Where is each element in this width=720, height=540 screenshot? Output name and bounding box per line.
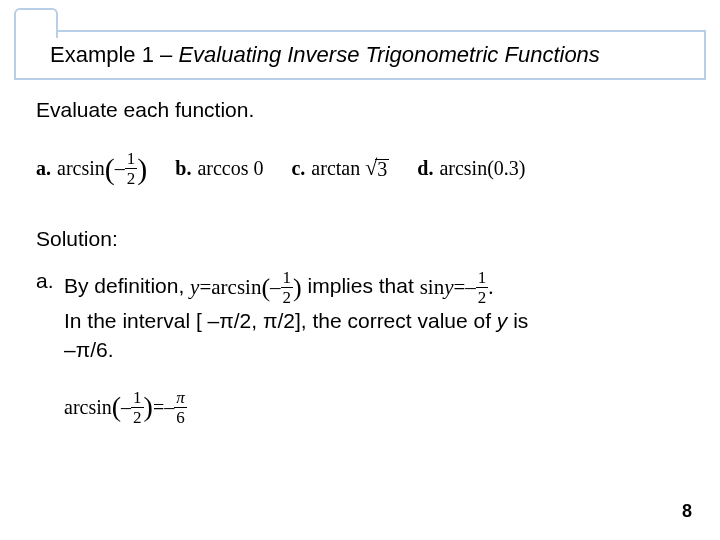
frac-num: π	[174, 389, 187, 406]
rparen-icon: )	[293, 273, 302, 303]
frac-num: 1	[281, 269, 294, 286]
problem-b: b. arccos 0	[175, 157, 263, 180]
title-prefix: Example 1 –	[50, 42, 178, 67]
problem-c: c. arctan √ 3	[291, 157, 389, 180]
frac-den: 2	[281, 289, 294, 306]
minus-sign: –	[121, 393, 131, 421]
def-func: arcsin	[211, 273, 261, 302]
solution-a-body: By definition, y = arcsin ( – 1 2 ) impl…	[64, 269, 680, 426]
eq-sign: =	[453, 273, 465, 302]
text-seg2: implies that	[308, 274, 420, 297]
prompt-text: Evaluate each function.	[36, 98, 680, 122]
problem-d-label: d.	[417, 157, 433, 180]
problem-b-arg: 0	[253, 157, 263, 180]
problem-d: d. arcsin (0.3)	[417, 157, 525, 180]
problem-a-label: a.	[36, 157, 51, 180]
problem-b-func: arccos	[197, 157, 248, 180]
problem-c-func: arctan	[311, 157, 360, 180]
title-italic: Evaluating Inverse Trigonometric Functio…	[178, 42, 599, 67]
var-y-italic: y	[497, 309, 508, 332]
eq-sign: =	[199, 273, 211, 302]
solution-a-label: a.	[36, 269, 64, 426]
fraction: 1 2	[131, 389, 144, 426]
fraction: 1 2	[476, 269, 489, 306]
problem-list: a. arcsin ( – 1 2 ) b. arccos 0 c. arcta…	[36, 150, 680, 187]
lparen-icon: (	[105, 154, 115, 184]
text-seg3: In the interval [ –π/2, π/2], the correc…	[64, 309, 497, 332]
page-number: 8	[682, 501, 692, 522]
var-y: y	[190, 273, 199, 302]
problem-d-arg: (0.3)	[487, 157, 525, 180]
definition-expr: y = arcsin ( – 1 2 )	[190, 269, 302, 306]
frac-num: 1	[476, 269, 489, 286]
frac-den: 2	[476, 289, 489, 306]
lparen-icon: (	[112, 392, 121, 422]
problem-a: a. arcsin ( – 1 2 )	[36, 150, 147, 187]
solution-a: a. By definition, y = arcsin ( – 1 2 ) i…	[36, 269, 680, 426]
content-area: Evaluate each function. a. arcsin ( – 1 …	[36, 94, 680, 426]
text-seg5: –π/6.	[64, 338, 114, 361]
rparen-icon: )	[137, 154, 147, 184]
fraction: π 6	[174, 389, 187, 426]
fraction: 1 2	[125, 150, 138, 187]
text-seg4: is	[507, 309, 528, 332]
frac-den: 2	[125, 170, 138, 187]
minus-sign: –	[465, 273, 476, 302]
fraction: 1 2	[281, 269, 294, 306]
var-y: y	[444, 273, 453, 302]
minus-sign: –	[115, 157, 125, 180]
frac-num: 1	[125, 150, 138, 167]
problem-a-func: arcsin	[57, 157, 105, 180]
example-title: Example 1 – Evaluating Inverse Trigonome…	[14, 30, 706, 80]
problem-c-label: c.	[291, 157, 305, 180]
frac-den: 6	[174, 409, 187, 426]
implication-expr: sin y = – 1 2 .	[420, 269, 494, 306]
final-func: arcsin	[64, 393, 112, 421]
sqrt: √ 3	[365, 159, 389, 178]
radicand: 3	[375, 159, 389, 178]
frac-den: 2	[131, 409, 144, 426]
minus-sign: –	[270, 273, 281, 302]
eq-sign: =	[153, 393, 164, 421]
period: .	[488, 273, 493, 302]
problem-d-func: arcsin	[439, 157, 487, 180]
text-seg1: By definition,	[64, 274, 190, 297]
rparen-icon: )	[144, 392, 153, 422]
title-block: Example 1 – Evaluating Inverse Trigonome…	[0, 18, 720, 80]
minus-sign: –	[164, 393, 174, 421]
title-tab-decoration	[14, 8, 58, 38]
sin-func: sin	[420, 273, 445, 302]
lparen-icon: (	[261, 273, 270, 303]
problem-b-label: b.	[175, 157, 191, 180]
frac-num: 1	[131, 389, 144, 406]
solution-heading: Solution:	[36, 227, 680, 251]
final-equation: arcsin ( – 1 2 ) = – π 6	[64, 389, 680, 426]
